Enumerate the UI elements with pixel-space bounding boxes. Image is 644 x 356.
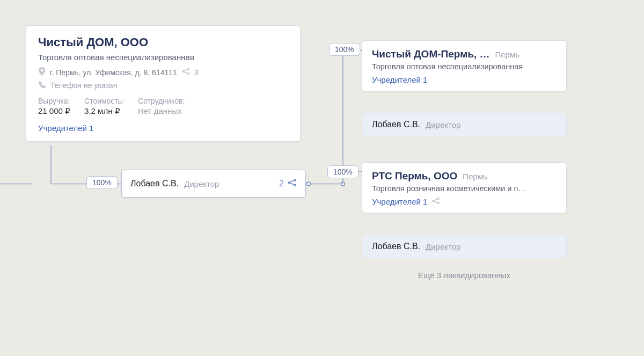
cost-value: 3.2 млн ₽	[84, 106, 124, 116]
svg-point-15	[437, 198, 440, 200]
address-share-count: 3	[194, 68, 199, 77]
svg-line-8	[184, 72, 187, 74]
svg-point-10	[294, 179, 296, 181]
company-metrics: Выручка: 21 000 ₽ Стоимость: 3.2 млн ₽ С…	[38, 97, 288, 116]
svg-line-12	[290, 180, 294, 182]
ownership-badge-sub1: 100%	[329, 43, 360, 56]
svg-point-16	[437, 202, 440, 204]
company-card-sub1[interactable]: Чистый ДОМ-Пермь, … Пермь Торговля оптов…	[362, 40, 567, 91]
svg-point-11	[294, 184, 296, 186]
svg-point-5	[187, 68, 189, 70]
employees-label: Сотрудников:	[138, 97, 185, 105]
phone-icon	[38, 81, 46, 90]
sub2-founders-link[interactable]: Учредителей 1	[372, 197, 557, 206]
director-box-sub2[interactable]: Лобаев С.В. Директор	[362, 235, 567, 258]
cost-label: Стоимость:	[84, 97, 124, 105]
company-description: Торговля оптовая неспециализированная	[38, 53, 288, 62]
sub1-title: Чистый ДОМ-Пермь, …	[372, 48, 489, 60]
sub1-director-role: Директор	[426, 120, 460, 129]
svg-line-13	[290, 183, 294, 185]
svg-line-18	[434, 201, 438, 203]
company-address-row: г. Пермь, ул. Уфимская, д. 8, 614111 3	[38, 67, 288, 77]
sub2-city: Пермь	[463, 172, 487, 181]
share-icon[interactable]	[287, 178, 297, 189]
sub2-description: Торговля розничная косметическими и п…	[372, 184, 557, 193]
person-connections-count: 2	[279, 179, 284, 188]
person-name: Лобаев С.В.	[130, 179, 179, 188]
founders-link[interactable]: Учредителей 1	[38, 123, 288, 133]
sub1-city: Пермь	[495, 50, 519, 59]
ownership-badge-main: 100%	[86, 176, 118, 189]
svg-point-6	[187, 72, 189, 75]
company-card-sub2[interactable]: РТС Пермь, ООО Пермь Торговля розничная …	[362, 162, 567, 213]
company-phone-row: Телефон не указан	[38, 81, 288, 90]
map-pin-icon	[38, 67, 46, 77]
svg-point-1	[307, 182, 311, 186]
company-address: г. Пермь, ул. Уфимская, д. 8, 614111	[50, 68, 177, 77]
share-icon[interactable]	[431, 197, 440, 206]
person-card[interactable]: Лобаев С.В. Директор 2	[121, 170, 306, 198]
sub2-director-name: Лобаев С.В.	[372, 242, 420, 251]
svg-line-7	[184, 70, 187, 71]
ownership-badge-sub2: 100%	[327, 165, 358, 178]
revenue-label: Выручка:	[38, 97, 70, 105]
company-phone: Телефон не указан	[50, 81, 117, 90]
revenue-value: 21 000 ₽	[38, 106, 70, 116]
sub1-director-name: Лобаев С.В.	[372, 120, 420, 129]
person-role: Директор	[184, 179, 219, 188]
company-title: Чистый ДОМ, ООО	[38, 35, 288, 49]
sub2-title: РТС Пермь, ООО	[372, 170, 457, 182]
sub2-director-role: Директор	[426, 242, 460, 251]
director-box-sub1[interactable]: Лобаев С.В. Директор	[362, 113, 567, 136]
more-liquidated-link[interactable]: Ещё 3 ликвидированных	[362, 271, 567, 280]
employees-value: Нет данных	[138, 106, 185, 115]
share-icon[interactable]	[181, 68, 190, 77]
svg-point-2	[341, 182, 345, 186]
svg-line-17	[434, 199, 438, 201]
sub1-founders-link[interactable]: Учредителей 1	[372, 75, 557, 84]
sub1-description: Торговля оптовая неспециализированная	[372, 62, 557, 71]
company-card-main[interactable]: Чистый ДОМ, ООО Торговля оптовая неспеци…	[26, 25, 301, 142]
